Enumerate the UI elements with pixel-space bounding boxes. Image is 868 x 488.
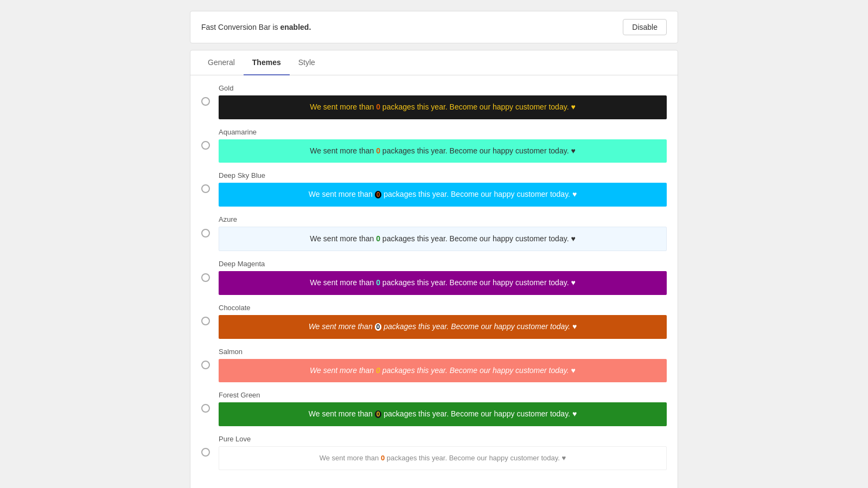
theme-label-forest-green: Forest Green [219,391,667,399]
theme-item-aquamarine: Aquamarine We sent more than 0 packages … [201,128,667,163]
theme-item-deep-magenta: Deep Magenta We sent more than 0 package… [201,260,667,295]
theme-content-deep-magenta: Deep Magenta We sent more than 0 package… [219,260,667,295]
theme-label-gold: Gold [219,84,667,92]
theme-content-forest-green: Forest Green We sent more than 0 package… [219,391,667,426]
theme-content-pure-love: Pure Love We sent more than 0 packages t… [219,435,667,470]
theme-item-azure: Azure We sent more than 0 packages this … [201,215,667,252]
theme-bar-deep-magenta: We sent more than 0 packages this year. … [219,271,667,295]
theme-radio-chocolate[interactable] [201,317,210,325]
theme-radio-pure-love[interactable] [201,448,210,457]
theme-label-pure-love: Pure Love [219,435,667,443]
theme-content-aquamarine: Aquamarine We sent more than 0 packages … [219,128,667,163]
theme-item-forest-green: Forest Green We sent more than 0 package… [201,391,667,426]
theme-radio-gold[interactable] [201,97,210,106]
theme-item-chocolate: Chocolate We sent more than 0 packages t… [201,304,667,339]
theme-bar-aquamarine: We sent more than 0 packages this year. … [219,139,667,163]
theme-content-deep-sky-blue: Deep Sky Blue We sent more than 0 packag… [219,171,667,207]
theme-radio-deep-sky-blue[interactable] [201,184,210,193]
theme-content-azure: Azure We sent more than 0 packages this … [219,215,667,252]
theme-bar-pure-love: We sent more than 0 packages this year. … [219,446,667,470]
theme-content-gold: Gold We sent more than 0 packages this y… [219,84,667,119]
theme-bar-salmon: We sent more than 0 packages this year. … [219,359,667,383]
theme-content-salmon: Salmon We sent more than 0 packages this… [219,348,667,383]
status-bar: Fast Conversion Bar is enabled. Disable [190,11,678,43]
theme-bar-gold: We sent more than 0 packages this year. … [219,95,667,119]
status-word: enabled. [280,23,311,31]
theme-bar-deep-sky-blue: We sent more than 0 packages this year. … [219,183,667,207]
theme-label-chocolate: Chocolate [219,304,667,312]
tab-general[interactable]: General [199,50,244,75]
theme-label-deep-magenta: Deep Magenta [219,260,667,268]
disable-button[interactable]: Disable [623,19,667,35]
theme-radio-forest-green[interactable] [201,404,210,413]
theme-item-deep-sky-blue: Deep Sky Blue We sent more than 0 packag… [201,171,667,207]
theme-label-salmon: Salmon [219,348,667,356]
tab-bar: General Themes Style [190,50,678,75]
theme-radio-deep-magenta[interactable] [201,273,210,282]
themes-list: Gold We sent more than 0 packages this y… [190,75,678,479]
theme-bar-azure: We sent more than 0 packages this year. … [219,227,667,252]
theme-item-gold: Gold We sent more than 0 packages this y… [201,84,667,119]
theme-label-aquamarine: Aquamarine [219,128,667,136]
theme-radio-azure[interactable] [201,229,210,237]
theme-bar-chocolate: We sent more than 0 packages this year. … [219,315,667,339]
status-text: Fast Conversion Bar is enabled. [201,23,311,31]
theme-item-salmon: Salmon We sent more than 0 packages this… [201,348,667,383]
theme-label-azure: Azure [219,215,667,223]
theme-radio-salmon[interactable] [201,361,210,369]
tab-themes[interactable]: Themes [244,50,290,75]
content-panel: General Themes Style Gold We sent more t… [190,50,678,488]
tab-style[interactable]: Style [290,50,324,75]
theme-label-deep-sky-blue: Deep Sky Blue [219,171,667,179]
theme-bar-forest-green: We sent more than 0 packages this year. … [219,402,667,426]
theme-content-chocolate: Chocolate We sent more than 0 packages t… [219,304,667,339]
main-container: Fast Conversion Bar is enabled. Disable … [190,11,678,488]
theme-item-pure-love: Pure Love We sent more than 0 packages t… [201,435,667,470]
theme-radio-aquamarine[interactable] [201,141,210,150]
